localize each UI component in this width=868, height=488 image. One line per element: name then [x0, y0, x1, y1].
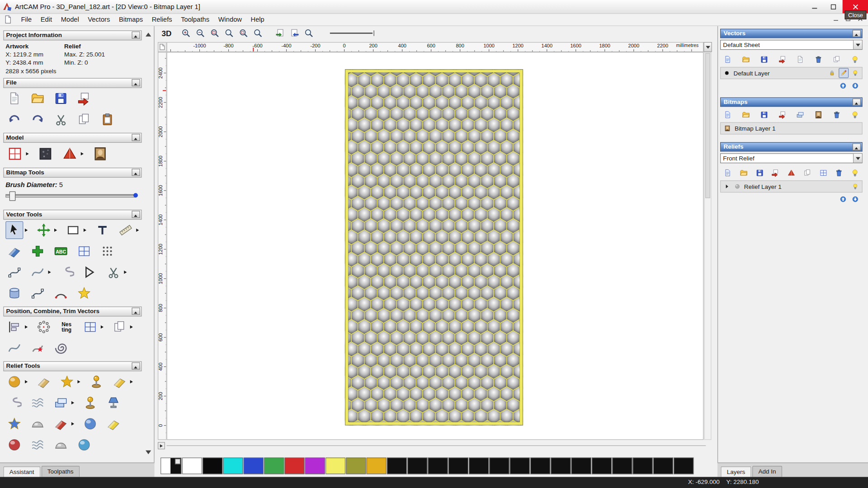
save-model-icon[interactable]: [52, 89, 70, 107]
all-layers-visibility-icon[interactable]: [849, 53, 861, 65]
document-icon[interactable]: [3, 15, 12, 24]
block-array-icon[interactable]: [81, 318, 99, 336]
free-polyline-icon[interactable]: [58, 263, 76, 281]
load-reference-image-icon[interactable]: [91, 145, 110, 164]
rollup-button[interactable]: [132, 211, 140, 218]
relief-tool-more-3-icon[interactable]: [52, 436, 70, 454]
color-swatch-11[interactable]: [407, 458, 427, 474]
relief-tool-more-4-icon[interactable]: [75, 436, 93, 454]
scroll-right-icon[interactable]: [158, 442, 165, 449]
rollup-button[interactable]: [132, 308, 140, 315]
relief-expand-arrow-icon[interactable]: [722, 182, 731, 191]
import-data-icon[interactable]: [75, 89, 93, 107]
redo-icon[interactable]: [29, 111, 47, 128]
create-arc-icon[interactable]: [52, 284, 70, 302]
align-vectors-flyout-arrow[interactable]: [25, 325, 29, 328]
tab-assistant[interactable]: Assistant: [3, 466, 40, 477]
menu-vectors[interactable]: Vectors: [84, 14, 115, 24]
color-swatch-16[interactable]: [510, 458, 530, 474]
create-star-icon[interactable]: [75, 284, 93, 302]
menu-reliefs[interactable]: Reliefs: [147, 14, 177, 24]
fit-curve-flyout-arrow[interactable]: [48, 271, 53, 274]
canvas-horizontal-scrollbar[interactable]: [158, 442, 711, 449]
smoothing-tool-icon[interactable]: [35, 373, 52, 390]
bitmap-preview-icon[interactable]: [813, 109, 825, 121]
color-swatch-4[interactable]: [264, 458, 284, 474]
star-relief-icon[interactable]: [5, 415, 23, 432]
create-rectangle-icon[interactable]: [64, 221, 82, 239]
trim-vectors-flyout-arrow[interactable]: [124, 271, 128, 274]
node-editing-icon[interactable]: [29, 284, 47, 302]
menu-edit[interactable]: Edit: [36, 14, 57, 24]
zoom-fit-icon[interactable]: [237, 27, 250, 40]
bitmap-visibility-icon[interactable]: [849, 109, 861, 121]
next-view-icon[interactable]: [288, 27, 301, 40]
color-swatch-14[interactable]: [469, 458, 489, 474]
new-bitmap-layer-icon[interactable]: [722, 109, 734, 121]
bitmap-layer-row[interactable]: Bitmap Layer 1: [720, 122, 863, 135]
tab-layers[interactable]: Layers: [721, 466, 751, 477]
extrude-tool-icon[interactable]: [5, 284, 23, 302]
select-vectors-icon[interactable]: [5, 221, 23, 239]
transfer-bitmap-icon[interactable]: [795, 109, 807, 121]
wrap-text-abc-icon[interactable]: ABC: [52, 242, 70, 260]
nesting-icon[interactable]: Nesting: [58, 318, 76, 336]
new-relief-layer-icon[interactable]: [722, 167, 734, 178]
color-swatch-10[interactable]: [387, 458, 407, 474]
set-model-size-icon[interactable]: [5, 145, 24, 164]
relief-layer-row[interactable]: Relief Layer 1: [720, 180, 863, 192]
circular-array-icon[interactable]: [35, 318, 52, 336]
relief-layer-visibility-icon[interactable]: [850, 182, 860, 192]
tab-toolpaths[interactable]: Toolpaths: [41, 466, 80, 477]
rollup-button[interactable]: [132, 169, 140, 176]
zoom-1to1-icon[interactable]: [222, 27, 236, 40]
sculpting-tool-icon[interactable]: [5, 373, 23, 390]
zoom-in-icon[interactable]: [179, 27, 193, 40]
tab-add-in[interactable]: Add In: [752, 466, 782, 477]
color-swatch-2[interactable]: [223, 458, 243, 474]
add-relief-clipart-icon[interactable]: [60, 145, 79, 164]
open-model-icon[interactable]: [29, 89, 47, 107]
rollup-button[interactable]: [853, 143, 861, 150]
create-polyline-icon[interactable]: [5, 263, 23, 281]
create-text-icon[interactable]: [94, 221, 111, 239]
new-sheet-icon[interactable]: [795, 53, 807, 65]
save-vector-layers-icon[interactable]: [758, 53, 770, 65]
rollup-button[interactable]: [853, 30, 861, 37]
move-relief-up-icon[interactable]: [838, 194, 848, 204]
sheet-selector[interactable]: Default Sheet: [720, 40, 863, 50]
relief-selector[interactable]: Front Relief: [720, 153, 863, 163]
delete-vector-layer-icon[interactable]: [813, 53, 825, 65]
measure-tool-flyout-arrow[interactable]: [136, 229, 141, 232]
merge-layers-icon[interactable]: [831, 53, 843, 65]
paint-relief-icon[interactable]: [52, 415, 70, 432]
vector-layer-row[interactable]: Default Layer: [720, 67, 863, 79]
shape-editor-icon[interactable]: [87, 373, 105, 390]
canvas-vertical-scrollbar[interactable]: [704, 52, 712, 440]
import-bitmap-icon[interactable]: [776, 109, 788, 121]
weld-vectors-icon[interactable]: [29, 339, 47, 357]
sculpting-tool-flyout-arrow[interactable]: [25, 380, 29, 383]
arrow-tool-icon[interactable]: [81, 263, 99, 281]
two-rail-sweep-flyout-arrow[interactable]: [71, 401, 76, 404]
menu-file[interactable]: File: [17, 14, 36, 24]
create-rectangle-flyout-arrow[interactable]: [84, 229, 88, 232]
duplicate-relief-icon[interactable]: [802, 167, 813, 178]
color-swatch-13[interactable]: [448, 458, 468, 474]
paste-in-frame-icon[interactable]: [75, 242, 93, 260]
create-shape-icon[interactable]: [29, 242, 47, 260]
slider-handle[interactable]: [9, 192, 15, 201]
color-swatch-21[interactable]: [612, 458, 632, 474]
menu-toolpaths[interactable]: Toolpaths: [176, 14, 214, 24]
move-relief-down-icon[interactable]: [850, 194, 860, 204]
chevron-down-icon[interactable]: [853, 154, 862, 163]
undo-icon[interactable]: [5, 111, 23, 128]
3d-view-button[interactable]: 3D: [162, 29, 172, 38]
layer-edit-icon[interactable]: [839, 68, 849, 78]
spiral-tool-icon[interactable]: [52, 339, 70, 357]
color-swatch-23[interactable]: [653, 458, 673, 474]
group-vectors-icon[interactable]: [111, 318, 128, 336]
color-swatch-17[interactable]: [530, 458, 550, 474]
color-swatch-1[interactable]: [203, 458, 222, 474]
relief-tool-more-1-icon[interactable]: [5, 436, 23, 454]
